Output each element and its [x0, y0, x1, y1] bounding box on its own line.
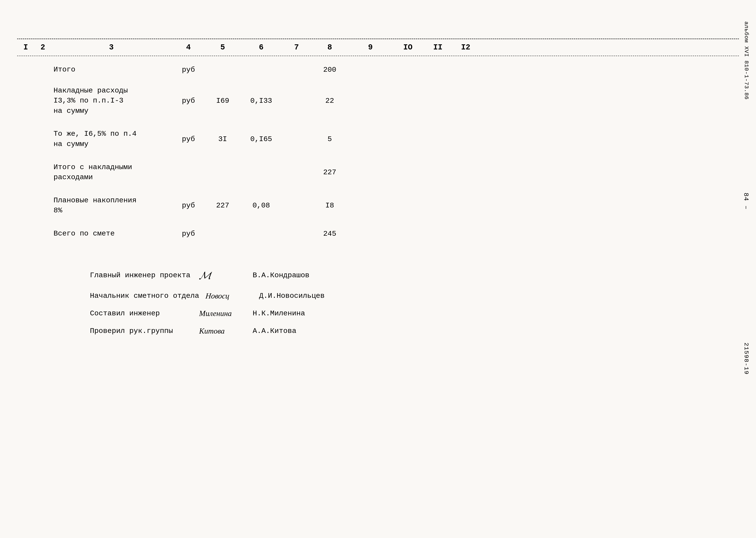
cell-nakl-5: I69: [205, 97, 240, 105]
cell-pl-8: I8: [310, 201, 349, 210]
col-header-10: IO: [392, 43, 424, 52]
cell-vs-3: Всего по смете: [51, 229, 171, 239]
row-itogo: Итого руб 200: [17, 56, 739, 79]
cell-tozhe-8: 5: [310, 135, 349, 143]
sig-chk-hand: Китова: [199, 323, 246, 339]
sig-head-name: Д.И.Новосильцев: [259, 289, 325, 303]
cell-itogo-4: руб: [171, 66, 205, 74]
col-header-6: 6: [240, 43, 283, 52]
sig-chief-hand: 𝓜: [199, 265, 246, 286]
margin-label-top: альбом XVI 810-1-73.86: [743, 22, 750, 100]
cell-tozhe-4: руб: [171, 135, 205, 143]
sig-engineer: Составил инженер Миленина Н.К.Миленина: [90, 306, 739, 321]
cell-pl-6: 0,08: [240, 201, 283, 210]
cell-vs-8: 245: [310, 230, 349, 238]
sig-eng-label: Составил инженер: [90, 306, 193, 321]
cell-nakl-3: Накладные расходы I3,3% по п.п.I-3 на су…: [51, 85, 171, 116]
col-header-11: II: [424, 43, 452, 52]
cell-in-8: 227: [310, 168, 349, 177]
column-headers-row: I 2 3 4 5 6 7 8 9 IO II I2: [17, 39, 739, 56]
document-page: I 2 3 4 5 6 7 8 9 IO II I2 Итого руб 200: [0, 0, 756, 538]
main-content: I 2 3 4 5 6 7 8 9 IO II I2 Итого руб 200: [17, 38, 739, 339]
cell-itogo-3: Итого: [51, 65, 171, 75]
sig-head-hand: Новосц: [205, 288, 253, 303]
margin-label-bottom: 21598-19: [743, 343, 750, 375]
margin-label-middle: 84 –: [742, 193, 750, 210]
row-itogo-nakl: Итого с накладными расходами 227: [17, 156, 739, 189]
sig-checker: Проверил рук.группы Китова А.А.Китова: [90, 323, 739, 339]
cell-in-3: Итого с накладными расходами: [51, 162, 171, 183]
col-header-1: I: [17, 43, 34, 52]
col-header-12: I2: [452, 43, 480, 52]
sig-head-estimate: Начальник сметного отдела Новосц Д.И.Нов…: [90, 288, 739, 303]
cell-vs-4: руб: [171, 230, 205, 238]
row-vsego: Всего по смете руб 245: [17, 222, 739, 247]
cell-itogo-8: 200: [310, 66, 349, 74]
col-header-5: 5: [205, 43, 240, 52]
sig-chief-name: В.А.Кондрашов: [253, 268, 309, 283]
row-tozhe: То же, I6,5% по п.4 на сумму руб 3I 0,I6…: [17, 123, 739, 156]
col-header-8: 8: [310, 43, 349, 52]
cell-nakl-4: руб: [171, 97, 205, 105]
sig-chk-name: А.А.Китова: [253, 324, 296, 338]
cell-tozhe-3: То же, I6,5% по п.4 на сумму: [51, 129, 171, 149]
sig-chief-engineer: Главный инженер проекта 𝓜 В.А.Кондрашов: [90, 265, 739, 286]
cell-nakl-8: 22: [310, 97, 349, 105]
row-planovye: Плановые накопления 8% руб 227 0,08 I8: [17, 189, 739, 222]
cell-tozhe-6: 0,I65: [240, 135, 283, 143]
sig-eng-hand: Миленина: [199, 306, 246, 321]
row-nakladnye: Накладные расходы I3,3% по п.п.I-3 на су…: [17, 79, 739, 123]
sig-eng-name: Н.К.Миленина: [253, 306, 305, 321]
col-header-7: 7: [283, 43, 310, 52]
col-header-3: 3: [51, 43, 171, 52]
col-header-9: 9: [349, 43, 392, 52]
sig-chief-label: Главный инженер проекта: [90, 268, 193, 283]
sig-head-label: Начальник сметного отдела: [90, 289, 199, 303]
sig-chk-label: Проверил рук.группы: [90, 324, 193, 338]
cell-nakl-6: 0,I33: [240, 97, 283, 105]
cell-pl-5: 227: [205, 201, 240, 210]
signature-section: Главный инженер проекта 𝓜 В.А.Кондрашов …: [90, 265, 739, 339]
cell-pl-3: Плановые накопления 8%: [51, 195, 171, 216]
col-header-2: 2: [34, 43, 51, 52]
cell-tozhe-5: 3I: [205, 135, 240, 143]
cell-pl-4: руб: [171, 201, 205, 210]
col-header-4: 4: [171, 43, 205, 52]
